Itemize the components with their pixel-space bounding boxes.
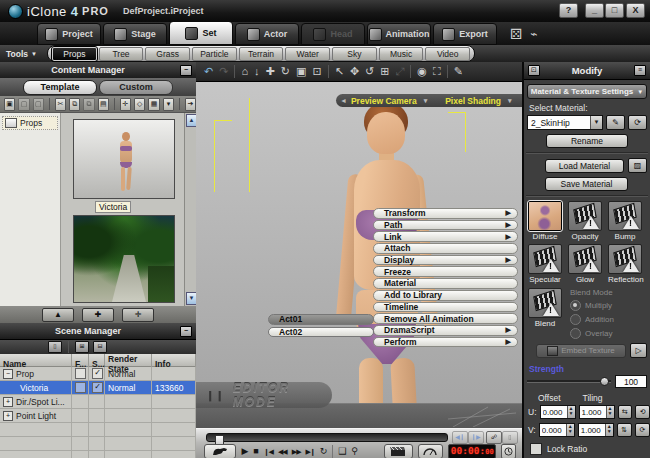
first-frame-button[interactable]: ❙◀ — [264, 448, 273, 455]
menu-item-add-to-library[interactable]: Add to Library — [373, 290, 518, 301]
add-content-icon[interactable]: ✛ — [120, 98, 131, 111]
time-setting-button[interactable] — [501, 444, 516, 458]
submenu-item-act02[interactable]: Act02 — [268, 327, 374, 338]
tab-actor[interactable]: Actor — [235, 23, 299, 45]
opacity-channel-button[interactable] — [568, 201, 602, 231]
close-button[interactable]: X — [626, 3, 645, 18]
thumbnail-scene[interactable] — [73, 215, 175, 303]
tab-custom[interactable]: Custom — [99, 80, 173, 95]
timeline-slider[interactable] — [206, 433, 448, 442]
pick-tool-icon[interactable]: ↖ — [335, 66, 344, 77]
u-tiling-input[interactable] — [580, 408, 606, 417]
modify-dock-button[interactable]: ⊡ — [528, 65, 540, 76]
rotate-tool-icon[interactable]: ↻ — [281, 66, 290, 77]
strength-slider[interactable] — [527, 380, 611, 383]
material-select[interactable]: 2_SkinHip ▼ — [527, 115, 603, 130]
speech-bubble-icon[interactable]: ❑ — [338, 447, 346, 456]
collapse-icon[interactable]: − — [3, 369, 13, 379]
spinner-icon[interactable]: ▲▼ — [606, 406, 614, 418]
loop-button[interactable]: ↻ — [320, 447, 328, 456]
minimize-button[interactable]: _ — [585, 3, 604, 18]
preview-render-icon[interactable]: ◇ — [134, 98, 145, 111]
expand-tree-icon[interactable]: ⊞ — [75, 341, 89, 353]
freeze-checkbox[interactable] — [75, 382, 86, 393]
menu-item-dramascript[interactable]: DramaScript▶ — [373, 325, 518, 336]
tab-project[interactable]: Project — [37, 23, 101, 45]
viewport-3d[interactable]: ◄ Preview Camera▾ Pixel Shading▾ ❙❙ EDIT… — [196, 82, 522, 428]
spinner-icon[interactable]: ▲▼ — [566, 424, 574, 436]
menu-item-link[interactable]: Link▶ — [373, 231, 518, 242]
tools-menu-button[interactable]: Tools▼ — [6, 49, 37, 59]
tree-item-props[interactable]: Props — [2, 116, 58, 130]
set-button-tree[interactable]: Tree — [99, 47, 144, 61]
v-tiling-field[interactable]: ▲▼ — [578, 423, 614, 437]
v-offset-input[interactable] — [540, 426, 566, 435]
performance-gauge-button[interactable] — [418, 444, 443, 458]
diffuse-channel-button[interactable] — [528, 201, 562, 231]
maximize-button[interactable]: □ — [605, 3, 624, 18]
u-tiling-field[interactable]: ▲▼ — [579, 405, 615, 419]
help-button[interactable]: ? — [559, 3, 578, 18]
table-row-victoria[interactable]: Victoria Normal 133660 — [0, 381, 196, 395]
folder-options-icon[interactable]: ▾ — [163, 98, 174, 111]
delete-object-icon[interactable]: ▯ — [48, 341, 62, 353]
v-tiling-input[interactable] — [579, 426, 605, 435]
lock-ratio-checkbox[interactable] — [530, 443, 542, 455]
material-texture-settings-dropdown[interactable]: Material & Texture Settings▼ — [527, 84, 647, 99]
set-button-props[interactable]: Props — [52, 47, 97, 61]
menu-item-path[interactable]: Path▶ — [373, 220, 518, 231]
flip-u-button[interactable]: ⇆ — [618, 405, 633, 419]
camera-view-icon[interactable]: ◉ — [417, 66, 427, 77]
menu-item-freeze[interactable]: Freeze — [373, 266, 518, 277]
submenu-item-act01[interactable]: Act01 — [268, 314, 374, 325]
spinner-icon[interactable]: ▲▼ — [567, 406, 575, 418]
flip-v-button[interactable]: ⇅ — [617, 423, 632, 437]
pixel-shading-selector[interactable]: Pixel Shading▾ — [445, 96, 515, 106]
snapshot-icon[interactable]: ▦ — [148, 98, 159, 111]
scene-manager-collapse-button[interactable]: − — [180, 326, 192, 337]
dice-icon[interactable]: ⚄ — [510, 27, 522, 41]
spinner-icon[interactable]: ▲▼ — [605, 424, 613, 436]
render-slate-button[interactable] — [384, 444, 413, 458]
menu-item-material[interactable]: Material — [373, 278, 518, 289]
reset-v-button[interactable]: ⟳ — [635, 423, 650, 437]
tab-stage[interactable]: Stage — [103, 23, 167, 45]
drop-to-floor-icon[interactable]: ↓ — [254, 66, 260, 77]
table-row-dir-spot-light[interactable]: +Dir./Spot Li... — [0, 395, 196, 409]
rewind-button[interactable]: ◀◀ — [278, 448, 287, 455]
set-button-particle[interactable]: Particle — [192, 47, 237, 61]
menu-item-display[interactable]: Display▶ — [373, 255, 518, 266]
menu-item-attach[interactable]: Attach — [373, 243, 518, 254]
strength-input[interactable] — [615, 375, 647, 388]
pan-camera-icon[interactable]: ✥ — [350, 66, 359, 77]
tab-template[interactable]: Template — [23, 80, 97, 95]
refresh-material-button[interactable]: ⟳ — [628, 115, 647, 130]
menu-item-transform[interactable]: Transform▶ — [373, 208, 518, 219]
apply-target-button[interactable]: ✛ — [122, 308, 154, 322]
tab-export[interactable]: Export — [433, 23, 497, 45]
expand-icon[interactable]: + — [3, 411, 13, 421]
zoom-camera-icon[interactable]: ⊞ — [380, 66, 389, 77]
v-offset-field[interactable]: ▲▼ — [539, 423, 575, 437]
content-manager-collapse-button[interactable]: − — [180, 65, 192, 76]
stop-button[interactable]: ■ — [253, 447, 258, 456]
menu-item-remove-all-animation[interactable]: Remove All Animation — [373, 313, 518, 324]
show-checkbox[interactable] — [92, 368, 103, 379]
collapse-strip-icon[interactable]: ◄ — [340, 97, 347, 104]
set-button-music[interactable]: Music — [379, 47, 424, 61]
strength-slider-handle[interactable] — [600, 377, 609, 386]
play-mode-button[interactable] — [204, 444, 236, 458]
freeze-checkbox[interactable] — [75, 368, 86, 379]
blend-channel-button[interactable] — [528, 288, 562, 318]
u-offset-field[interactable]: ▲▼ — [540, 405, 576, 419]
export-content-icon[interactable]: ➔ — [185, 98, 196, 111]
menu-item-perform[interactable]: Perform▶ — [373, 337, 518, 348]
apply-to-scene-button[interactable]: ▲ — [42, 308, 74, 322]
motion-mode-button[interactable]: ☍ — [486, 431, 502, 444]
hammer-tool-icon[interactable]: ⌁ — [530, 28, 537, 40]
export-texture-button[interactable]: ▷ — [630, 343, 647, 358]
content-scrollbar[interactable]: ▲ ▼ — [184, 113, 196, 306]
set-button-grass[interactable]: Grass — [145, 47, 190, 61]
menu-item-timeline[interactable]: Timeline — [373, 302, 518, 313]
table-row-prop[interactable]: −Prop Normal — [0, 367, 196, 381]
